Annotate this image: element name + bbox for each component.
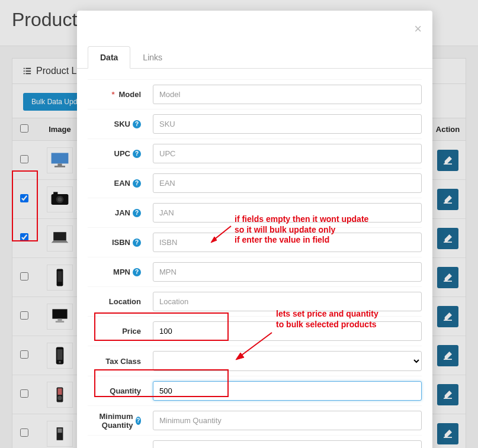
form-row-subtract: Subtract	[88, 436, 422, 448]
help-icon[interactable]: ?	[136, 417, 141, 425]
sku-label: SKU?	[88, 120, 153, 128]
close-modal-button[interactable]: ×	[414, 21, 422, 37]
form-row-location: Location	[88, 287, 422, 317]
subtract-select[interactable]	[153, 440, 422, 448]
upc-field[interactable]	[153, 144, 422, 163]
form-row-quantity: Quantity	[88, 376, 422, 406]
help-icon[interactable]: ?	[133, 120, 141, 128]
help-icon[interactable]: ?	[133, 238, 141, 247]
taxclass-select[interactable]	[153, 351, 422, 371]
quantity-label: Quantity	[88, 386, 153, 395]
bulk-update-modal: × Data Links *ModelSKU?UPC?EAN?JAN?ISBN?…	[77, 11, 432, 448]
mpn-label: MPN?	[88, 267, 153, 276]
form-row-minqty: Minimum Quantity?	[88, 406, 422, 436]
required-asterisk: *	[111, 90, 114, 99]
upc-label: UPC?	[88, 149, 153, 158]
minqty-field[interactable]	[153, 411, 422, 430]
location-field[interactable]	[153, 292, 422, 311]
minqty-label: Minimum Quantity?	[88, 412, 153, 430]
form-row-mpn: MPN?	[88, 257, 422, 287]
tab-links[interactable]: Links	[130, 46, 175, 69]
model-label: *Model	[88, 90, 153, 99]
help-icon[interactable]: ?	[133, 179, 141, 188]
modal-tabs: Data Links	[77, 11, 432, 69]
ean-label: EAN?	[88, 179, 153, 188]
form-row-model: *Model	[88, 79, 422, 109]
isbn-field[interactable]	[153, 233, 422, 252]
form-row-ean: EAN?	[88, 169, 422, 198]
help-icon[interactable]: ?	[133, 209, 141, 217]
jan-field[interactable]	[153, 203, 422, 223]
form-row-taxclass: Tax Class	[88, 346, 422, 376]
form-row-sku: SKU?	[88, 109, 422, 139]
model-field[interactable]	[153, 85, 422, 104]
tab-data[interactable]: Data	[88, 46, 130, 69]
form-row-isbn: ISBN?	[88, 228, 422, 257]
price-field[interactable]	[153, 321, 422, 341]
jan-label: JAN?	[88, 208, 153, 217]
mpn-field[interactable]	[153, 262, 422, 282]
price-label: Price	[88, 327, 153, 336]
sku-field[interactable]	[153, 114, 422, 134]
help-icon[interactable]: ?	[133, 268, 141, 276]
form-row-jan: JAN?	[88, 198, 422, 228]
quantity-field[interactable]	[153, 381, 422, 401]
ean-field[interactable]	[153, 173, 422, 193]
help-icon[interactable]: ?	[133, 150, 141, 158]
location-label: Location	[88, 297, 153, 306]
subtract-label: Subtract	[88, 446, 153, 449]
form-row-upc: UPC?	[88, 139, 422, 169]
isbn-label: ISBN?	[88, 238, 153, 247]
form-row-price: Price	[88, 317, 422, 346]
taxclass-label: Tax Class	[88, 357, 153, 366]
